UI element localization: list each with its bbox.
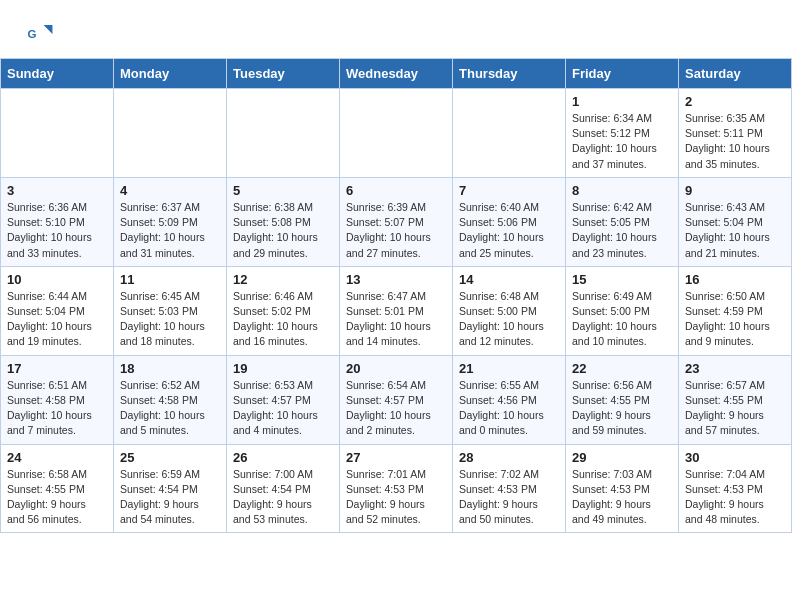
logo: G <box>24 18 62 50</box>
day-number: 4 <box>120 183 220 198</box>
calendar-cell: 15Sunrise: 6:49 AMSunset: 5:00 PMDayligh… <box>566 266 679 355</box>
day-info: Sunrise: 6:51 AMSunset: 4:58 PMDaylight:… <box>7 378 107 439</box>
day-number: 21 <box>459 361 559 376</box>
col-header-sunday: Sunday <box>1 59 114 89</box>
calendar-week-5: 24Sunrise: 6:58 AMSunset: 4:55 PMDayligh… <box>1 444 792 533</box>
calendar-table: SundayMondayTuesdayWednesdayThursdayFrid… <box>0 58 792 533</box>
day-number: 15 <box>572 272 672 287</box>
calendar-cell: 17Sunrise: 6:51 AMSunset: 4:58 PMDayligh… <box>1 355 114 444</box>
day-number: 19 <box>233 361 333 376</box>
day-info: Sunrise: 6:37 AMSunset: 5:09 PMDaylight:… <box>120 200 220 261</box>
day-info: Sunrise: 7:04 AMSunset: 4:53 PMDaylight:… <box>685 467 785 528</box>
day-info: Sunrise: 6:57 AMSunset: 4:55 PMDaylight:… <box>685 378 785 439</box>
calendar-header-row: SundayMondayTuesdayWednesdayThursdayFrid… <box>1 59 792 89</box>
day-number: 22 <box>572 361 672 376</box>
calendar-cell <box>453 89 566 178</box>
day-info: Sunrise: 6:49 AMSunset: 5:00 PMDaylight:… <box>572 289 672 350</box>
day-info: Sunrise: 6:35 AMSunset: 5:11 PMDaylight:… <box>685 111 785 172</box>
calendar-cell: 14Sunrise: 6:48 AMSunset: 5:00 PMDayligh… <box>453 266 566 355</box>
day-number: 5 <box>233 183 333 198</box>
calendar-cell <box>340 89 453 178</box>
day-info: Sunrise: 7:01 AMSunset: 4:53 PMDaylight:… <box>346 467 446 528</box>
calendar-cell: 19Sunrise: 6:53 AMSunset: 4:57 PMDayligh… <box>227 355 340 444</box>
day-info: Sunrise: 6:48 AMSunset: 5:00 PMDaylight:… <box>459 289 559 350</box>
day-info: Sunrise: 6:56 AMSunset: 4:55 PMDaylight:… <box>572 378 672 439</box>
calendar-cell <box>227 89 340 178</box>
calendar-cell: 10Sunrise: 6:44 AMSunset: 5:04 PMDayligh… <box>1 266 114 355</box>
day-number: 3 <box>7 183 107 198</box>
col-header-tuesday: Tuesday <box>227 59 340 89</box>
calendar-cell: 25Sunrise: 6:59 AMSunset: 4:54 PMDayligh… <box>114 444 227 533</box>
logo-icon: G <box>24 18 56 50</box>
calendar-cell: 5Sunrise: 6:38 AMSunset: 5:08 PMDaylight… <box>227 177 340 266</box>
calendar-cell: 27Sunrise: 7:01 AMSunset: 4:53 PMDayligh… <box>340 444 453 533</box>
calendar-cell: 18Sunrise: 6:52 AMSunset: 4:58 PMDayligh… <box>114 355 227 444</box>
day-number: 24 <box>7 450 107 465</box>
day-number: 18 <box>120 361 220 376</box>
day-number: 23 <box>685 361 785 376</box>
calendar-cell: 4Sunrise: 6:37 AMSunset: 5:09 PMDaylight… <box>114 177 227 266</box>
day-number: 27 <box>346 450 446 465</box>
col-header-saturday: Saturday <box>679 59 792 89</box>
day-info: Sunrise: 6:36 AMSunset: 5:10 PMDaylight:… <box>7 200 107 261</box>
day-info: Sunrise: 6:40 AMSunset: 5:06 PMDaylight:… <box>459 200 559 261</box>
day-info: Sunrise: 6:43 AMSunset: 5:04 PMDaylight:… <box>685 200 785 261</box>
calendar-cell: 11Sunrise: 6:45 AMSunset: 5:03 PMDayligh… <box>114 266 227 355</box>
calendar-cell: 13Sunrise: 6:47 AMSunset: 5:01 PMDayligh… <box>340 266 453 355</box>
calendar-cell: 6Sunrise: 6:39 AMSunset: 5:07 PMDaylight… <box>340 177 453 266</box>
day-info: Sunrise: 7:03 AMSunset: 4:53 PMDaylight:… <box>572 467 672 528</box>
day-info: Sunrise: 7:02 AMSunset: 4:53 PMDaylight:… <box>459 467 559 528</box>
calendar-cell: 26Sunrise: 7:00 AMSunset: 4:54 PMDayligh… <box>227 444 340 533</box>
day-number: 8 <box>572 183 672 198</box>
day-info: Sunrise: 6:38 AMSunset: 5:08 PMDaylight:… <box>233 200 333 261</box>
calendar-week-4: 17Sunrise: 6:51 AMSunset: 4:58 PMDayligh… <box>1 355 792 444</box>
calendar-cell: 24Sunrise: 6:58 AMSunset: 4:55 PMDayligh… <box>1 444 114 533</box>
day-number: 12 <box>233 272 333 287</box>
day-info: Sunrise: 6:58 AMSunset: 4:55 PMDaylight:… <box>7 467 107 528</box>
calendar-cell: 20Sunrise: 6:54 AMSunset: 4:57 PMDayligh… <box>340 355 453 444</box>
calendar-cell: 23Sunrise: 6:57 AMSunset: 4:55 PMDayligh… <box>679 355 792 444</box>
day-number: 28 <box>459 450 559 465</box>
day-number: 26 <box>233 450 333 465</box>
col-header-monday: Monday <box>114 59 227 89</box>
day-info: Sunrise: 6:47 AMSunset: 5:01 PMDaylight:… <box>346 289 446 350</box>
day-info: Sunrise: 6:46 AMSunset: 5:02 PMDaylight:… <box>233 289 333 350</box>
day-number: 1 <box>572 94 672 109</box>
col-header-friday: Friday <box>566 59 679 89</box>
col-header-wednesday: Wednesday <box>340 59 453 89</box>
calendar-week-1: 1Sunrise: 6:34 AMSunset: 5:12 PMDaylight… <box>1 89 792 178</box>
day-info: Sunrise: 6:53 AMSunset: 4:57 PMDaylight:… <box>233 378 333 439</box>
day-number: 2 <box>685 94 785 109</box>
day-number: 17 <box>7 361 107 376</box>
day-info: Sunrise: 6:50 AMSunset: 4:59 PMDaylight:… <box>685 289 785 350</box>
calendar-cell: 3Sunrise: 6:36 AMSunset: 5:10 PMDaylight… <box>1 177 114 266</box>
day-number: 11 <box>120 272 220 287</box>
calendar-cell: 29Sunrise: 7:03 AMSunset: 4:53 PMDayligh… <box>566 444 679 533</box>
calendar-week-2: 3Sunrise: 6:36 AMSunset: 5:10 PMDaylight… <box>1 177 792 266</box>
calendar-cell: 22Sunrise: 6:56 AMSunset: 4:55 PMDayligh… <box>566 355 679 444</box>
calendar-cell: 7Sunrise: 6:40 AMSunset: 5:06 PMDaylight… <box>453 177 566 266</box>
day-number: 25 <box>120 450 220 465</box>
day-number: 14 <box>459 272 559 287</box>
calendar-week-3: 10Sunrise: 6:44 AMSunset: 5:04 PMDayligh… <box>1 266 792 355</box>
col-header-thursday: Thursday <box>453 59 566 89</box>
day-number: 30 <box>685 450 785 465</box>
day-info: Sunrise: 6:34 AMSunset: 5:12 PMDaylight:… <box>572 111 672 172</box>
day-info: Sunrise: 6:52 AMSunset: 4:58 PMDaylight:… <box>120 378 220 439</box>
day-number: 9 <box>685 183 785 198</box>
day-number: 6 <box>346 183 446 198</box>
day-info: Sunrise: 7:00 AMSunset: 4:54 PMDaylight:… <box>233 467 333 528</box>
day-info: Sunrise: 6:39 AMSunset: 5:07 PMDaylight:… <box>346 200 446 261</box>
day-info: Sunrise: 6:44 AMSunset: 5:04 PMDaylight:… <box>7 289 107 350</box>
calendar-cell: 16Sunrise: 6:50 AMSunset: 4:59 PMDayligh… <box>679 266 792 355</box>
calendar-cell: 12Sunrise: 6:46 AMSunset: 5:02 PMDayligh… <box>227 266 340 355</box>
day-info: Sunrise: 6:59 AMSunset: 4:54 PMDaylight:… <box>120 467 220 528</box>
calendar-cell <box>114 89 227 178</box>
day-number: 7 <box>459 183 559 198</box>
calendar-cell: 2Sunrise: 6:35 AMSunset: 5:11 PMDaylight… <box>679 89 792 178</box>
svg-marker-2 <box>44 25 53 34</box>
day-info: Sunrise: 6:42 AMSunset: 5:05 PMDaylight:… <box>572 200 672 261</box>
day-number: 16 <box>685 272 785 287</box>
svg-text:G: G <box>28 28 37 40</box>
day-number: 13 <box>346 272 446 287</box>
